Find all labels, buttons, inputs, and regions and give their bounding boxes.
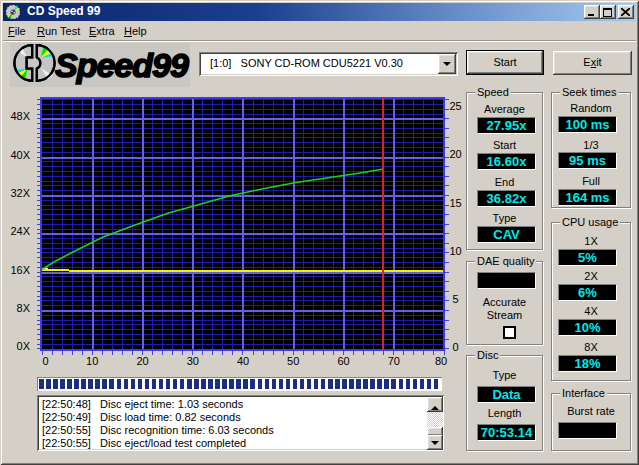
svg-text:30: 30 <box>187 355 199 367</box>
svg-text:15: 15 <box>449 197 461 209</box>
svg-text:8X: 8X <box>17 302 31 314</box>
svg-text:40: 40 <box>237 355 249 367</box>
svg-text:50: 50 <box>287 355 299 367</box>
svg-text:80: 80 <box>435 355 447 367</box>
svg-text:0X: 0X <box>17 340 31 352</box>
svg-text:10: 10 <box>449 245 461 257</box>
svg-text:0: 0 <box>452 341 458 353</box>
svg-text:32X: 32X <box>10 187 30 199</box>
svg-text:25: 25 <box>449 100 461 112</box>
svg-text:10: 10 <box>86 355 98 367</box>
svg-text:60: 60 <box>337 355 349 367</box>
svg-text:48X: 48X <box>10 110 30 122</box>
svg-text:16X: 16X <box>10 264 30 276</box>
svg-text:70: 70 <box>388 355 400 367</box>
svg-text:40X: 40X <box>10 149 30 161</box>
svg-text:20: 20 <box>449 148 461 160</box>
svg-text:20: 20 <box>136 355 148 367</box>
svg-text:0: 0 <box>42 355 48 367</box>
svg-text:24X: 24X <box>10 225 30 237</box>
svg-text:5: 5 <box>452 293 458 305</box>
